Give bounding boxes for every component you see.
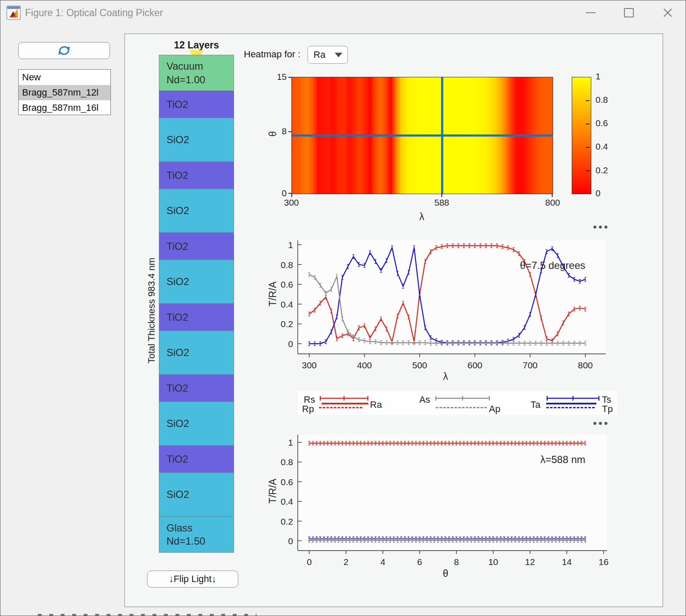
legend-sample-rp-dashed xyxy=(319,407,362,408)
refresh-button[interactable] xyxy=(18,42,110,59)
layer-block-tio2[interactable]: TiO2 xyxy=(159,303,234,331)
axis-tick-label: 0.6 xyxy=(281,477,293,487)
angle-axes-toolbar[interactable] xyxy=(591,422,607,425)
axis-tick-label: 0 xyxy=(307,557,312,567)
heatmap-xlabel: λ xyxy=(409,211,435,223)
legend-sample-ra-solid xyxy=(322,403,368,404)
layer-block-sio2[interactable]: SiO2 xyxy=(159,331,234,375)
legend-label-rp: Rp xyxy=(302,404,314,415)
list-item-bragg-16l[interactable]: Bragg_587nm_16l xyxy=(19,100,110,116)
layer-stack: VacuumNd=1.00TiO2SiO2TiO2SiO2TiO2SiO2TiO… xyxy=(159,55,234,553)
tick-mark xyxy=(288,193,291,194)
legend-sample-ta-solid xyxy=(546,403,596,404)
colorbar-tick-1: 1 xyxy=(596,71,601,82)
layer-block-sio2[interactable]: SiO2 xyxy=(159,118,234,162)
axis-tick-label: 0.6 xyxy=(281,280,293,289)
tick-mark xyxy=(291,194,292,197)
matlab-icon xyxy=(6,6,21,20)
legend-sample-ap-dashed xyxy=(436,407,487,408)
colorbar xyxy=(572,77,591,194)
list-item-new[interactable]: New xyxy=(19,70,110,85)
legend-label-ap: Ap xyxy=(489,404,500,415)
layer-block-sio2[interactable]: SiO2 xyxy=(159,472,234,517)
spectrum-xlabel: λ xyxy=(433,371,458,382)
spectrum-axes-toolbar[interactable] xyxy=(591,226,607,229)
axis-tick-label: 800 xyxy=(578,360,593,370)
axis-tick-label: 6 xyxy=(417,557,422,567)
tick-mark xyxy=(586,147,590,148)
layer-block-glass[interactable]: GlassNd=1.50 xyxy=(159,516,234,553)
axis-tick-label: 4 xyxy=(380,557,385,567)
spectrum-ylabel: T/R/A xyxy=(267,282,279,307)
legend-label-tp: Tp xyxy=(602,404,613,415)
colorbar-tick-04: 0.4 xyxy=(596,141,608,152)
lambda-annotation: λ=588 nm xyxy=(466,454,585,466)
layer-block-tio2[interactable]: TiO2 xyxy=(159,161,234,189)
angle-ylabel: T/R/A xyxy=(267,479,279,504)
chevron-down-icon xyxy=(335,53,342,57)
axis-tick-label: 1 xyxy=(288,240,293,250)
layer-block-tio2[interactable]: TiO2 xyxy=(159,232,234,260)
tick-mark xyxy=(586,124,590,124)
total-thickness-label: Total Thickness 983.4 nm xyxy=(146,257,157,363)
axis-tick-label: 0.2 xyxy=(281,517,293,526)
clipped-text-artifact xyxy=(38,614,257,616)
layer-block-tio2[interactable]: TiO2 xyxy=(159,90,234,118)
axis-tick-label: 300 xyxy=(302,360,316,370)
refresh-icon xyxy=(56,44,72,57)
axis-tick-label: 10 xyxy=(488,557,498,567)
heatmap-ytick-0: 0 xyxy=(269,188,287,198)
spectrum-chart: 30040050060070080000.20.40.60.81 xyxy=(272,234,612,381)
chart-legend: Rs Ra Rp As Ap Ta Ts Tp xyxy=(298,391,617,415)
axis-tick-label: 0.8 xyxy=(281,457,293,467)
axis-tick-label: 14 xyxy=(562,557,572,567)
heatmap-plot[interactable] xyxy=(291,77,553,194)
axis-tick-label: 500 xyxy=(412,360,427,370)
heatmap-for-label: Heatmap for : xyxy=(244,49,300,60)
flip-light-button[interactable]: ↓Flip Light↓ xyxy=(147,571,238,588)
heatmap-ytick-15: 15 xyxy=(269,72,287,82)
colorbar-tick-02: 0.2 xyxy=(596,165,608,175)
legend-sample-as-errorbar xyxy=(435,396,491,401)
stack-title: 12 Layers xyxy=(159,40,234,51)
legend-label-ta: Ta xyxy=(531,399,540,410)
colorbar-tick-0: 0 xyxy=(596,188,601,198)
tick-mark xyxy=(552,194,553,197)
tick-mark xyxy=(441,194,442,197)
axis-tick-label: 8 xyxy=(454,557,459,567)
legend-label-as: As xyxy=(419,394,430,405)
list-item-bragg-12l[interactable]: Bragg_587nm_12l xyxy=(19,85,110,100)
title-bar[interactable]: Figure 1: Optical Coating Picker xyxy=(0,0,686,25)
legend-sample-ts-errorbar xyxy=(546,396,600,401)
axis-tick-label: 0 xyxy=(288,536,293,546)
angle-crosshair[interactable] xyxy=(292,135,553,137)
close-icon xyxy=(662,7,673,18)
close-button[interactable] xyxy=(655,0,681,25)
maximize-icon xyxy=(624,8,634,17)
heatmap-ylabel: θ xyxy=(267,131,279,137)
tick-mark xyxy=(288,77,291,78)
axis-tick-label: 0.4 xyxy=(281,497,294,506)
layer-block-sio2[interactable]: SiO2 xyxy=(159,401,234,446)
layer-block-sio2[interactable]: SiO2 xyxy=(159,189,234,233)
maximize-button[interactable] xyxy=(615,0,642,25)
heatmap-xtick-588: 588 xyxy=(429,198,455,208)
tick-mark xyxy=(288,131,291,132)
layer-block-tio2[interactable]: TiO2 xyxy=(159,374,234,402)
layer-block-tio2[interactable]: TiO2 xyxy=(159,445,234,473)
axis-tick-label: 700 xyxy=(522,360,537,370)
figure-window: Figure 1: Optical Coating Picker New Bra… xyxy=(0,0,686,616)
theta-annotation: θ=7.5 degrees xyxy=(466,260,585,271)
minimize-button[interactable] xyxy=(577,0,604,25)
tick-mark xyxy=(586,100,590,101)
colorbar-tick-06: 0.6 xyxy=(596,118,608,128)
axis-tick-label: 400 xyxy=(357,360,372,370)
axis-tick-label: 2 xyxy=(344,557,349,567)
axis-tick-label: 12 xyxy=(525,557,535,567)
heatmap-xtick-300: 300 xyxy=(279,198,304,208)
axis-tick-label: 0 xyxy=(288,339,293,349)
layer-block-vacuum[interactable]: VacuumNd=1.00 xyxy=(159,55,234,91)
heatmap-quantity-dropdown[interactable]: Ra xyxy=(308,46,348,64)
legend-sample-rs-errorbar xyxy=(319,396,369,401)
layer-block-sio2[interactable]: SiO2 xyxy=(159,260,234,304)
